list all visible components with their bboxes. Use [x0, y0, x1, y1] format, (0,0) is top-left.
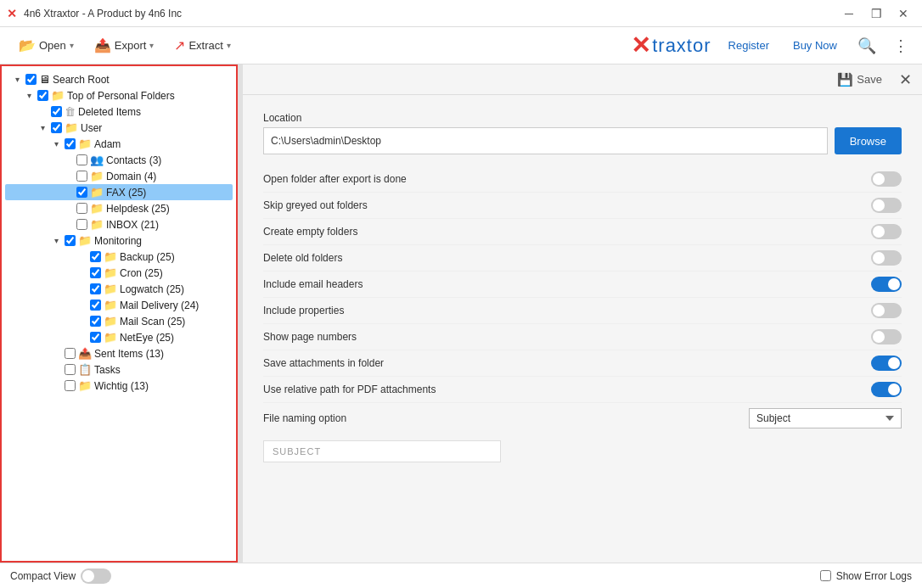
tree-checkbox-logwatch[interactable] [90, 283, 101, 294]
tree-toggle-inbox [62, 219, 74, 231]
tree-checkbox-contacts[interactable] [76, 154, 87, 165]
toggle-switch-6[interactable] [871, 329, 902, 344]
tree-checkbox-monitoring[interactable] [65, 235, 76, 246]
show-errors-checkbox[interactable] [820, 570, 831, 581]
tree-item-inbox[interactable]: 📁 INBOX (21) [5, 216, 233, 232]
tree-toggle-monitoring[interactable]: ▾ [50, 235, 62, 247]
tree-item-top[interactable]: ▾ 📁 Top of Personal Folders [5, 87, 233, 104]
tree-checkbox-inbox[interactable] [76, 219, 87, 230]
tree-item-contacts[interactable]: 👥 Contacts (3) [5, 152, 233, 168]
tree-item-fax[interactable]: 📁 FAX (25) [5, 184, 233, 200]
tree-item-mailscan[interactable]: 📁 Mail Scan (25) [5, 313, 233, 329]
tree-toggle-adam[interactable]: ▾ [50, 138, 62, 150]
tree-checkbox-tasks[interactable] [65, 364, 76, 375]
tree-checkbox-backup[interactable] [90, 251, 101, 262]
compact-view-toggle[interactable] [81, 568, 111, 584]
toggle-switch-1[interactable] [871, 198, 902, 213]
toggle-switch-2[interactable] [871, 224, 902, 239]
tree-checkbox-user[interactable] [51, 122, 62, 133]
tree-item-backup[interactable]: 📁 Backup (25) [5, 249, 233, 265]
tree-checkbox-adam[interactable] [65, 138, 76, 149]
toggle-label-7: Save attachments in folder [263, 357, 384, 369]
tree-checkbox-wichtig[interactable] [65, 380, 76, 391]
tree-checkbox-helpdesk[interactable] [76, 203, 87, 214]
close-button[interactable]: ✕ [891, 5, 915, 22]
tree-item-logwatch[interactable]: 📁 Logwatch (25) [5, 281, 233, 297]
window-controls: ─ ❒ ✕ [837, 5, 915, 22]
tree-checkbox-root[interactable] [25, 74, 37, 85]
toggle-row-2: Create empty folders [263, 219, 902, 245]
tree-checkbox-fax[interactable] [76, 187, 87, 198]
tree-item-neteye[interactable]: 📁 NetEye (25) [5, 329, 233, 345]
tree-label-mailscan: Mail Scan (25) [120, 316, 185, 328]
toggle-switch-7[interactable] [871, 356, 902, 371]
tree-checkbox-mailscan[interactable] [90, 316, 101, 327]
folder-icon-maildelivery: 📁 [104, 299, 117, 311]
toggle-switch-5[interactable] [871, 303, 902, 318]
tree-item-sentitems[interactable]: 📤 Sent Items (13) [5, 345, 233, 361]
tree-toggle-top[interactable]: ▾ [23, 90, 35, 102]
tree-toggle-root[interactable]: ▾ [11, 74, 23, 86]
search-button[interactable]: 🔍 [854, 33, 880, 59]
tree-label-backup: Backup (25) [120, 251, 175, 263]
show-errors-label: Show Error Logs [836, 570, 912, 582]
toggle-switch-3[interactable] [871, 250, 902, 266]
folder-icon-neteye: 📁 [104, 331, 117, 344]
tree-checkbox-cron[interactable] [90, 267, 101, 278]
tree-label-maildelivery: Mail Delivery (24) [120, 300, 199, 311]
tree-item-cron[interactable]: 📁 Cron (25) [5, 265, 233, 281]
toggle-row-6: Show page numbers [263, 324, 902, 350]
toggle-row-1: Skip greyed out folders [263, 193, 902, 219]
tree-checkbox-maildelivery[interactable] [90, 300, 101, 311]
tree-toggle-helpdesk [62, 203, 74, 215]
tree-item-root[interactable]: ▾ 🖥 Search Root [5, 71, 233, 87]
toggle-switch-8[interactable] [871, 382, 902, 397]
toggle-switch-4[interactable] [871, 277, 902, 292]
export-button[interactable]: 📤 Export ▾ [86, 33, 163, 58]
tree-label-contacts: Contacts (3) [106, 154, 161, 166]
tree-item-adam[interactable]: ▾ 📁 Adam [5, 136, 233, 152]
tree-toggle-domain [62, 171, 74, 182]
logo: ✕ traxtor [631, 31, 711, 59]
tree-area: ▾ 🖥 Search Root ▾ 📁 Top of Personal Fold… [2, 66, 236, 399]
register-button[interactable]: Register [722, 36, 776, 55]
tree-checkbox-neteye[interactable] [90, 332, 101, 343]
tree-toggle-logwatch [76, 283, 87, 295]
tree-toggle-user[interactable]: ▾ [37, 122, 48, 134]
tree-item-user[interactable]: ▾ 📁 User [5, 120, 233, 136]
tree-item-domain[interactable]: 📁 Domain (4) [5, 168, 233, 184]
browse-button[interactable]: Browse [835, 127, 902, 154]
tree-toggle-maildelivery [76, 300, 87, 311]
tree-checkbox-domain[interactable] [76, 171, 87, 182]
tree-item-helpdesk[interactable]: 📁 Helpdesk (25) [5, 200, 233, 216]
minimize-button[interactable]: ─ [837, 5, 861, 22]
tasks-icon: 📋 [78, 363, 92, 376]
folder-icon-cron: 📁 [104, 266, 117, 279]
show-errors-area: Show Error Logs [820, 570, 912, 582]
location-input[interactable] [263, 127, 828, 154]
tree-item-monitoring[interactable]: ▾ 📁 Monitoring [5, 232, 233, 249]
tree-label-cron: Cron (25) [120, 267, 163, 279]
tree-checkbox-top[interactable] [37, 90, 48, 101]
tree-checkbox-sentitems[interactable] [65, 348, 76, 359]
tree-item-maildelivery[interactable]: 📁 Mail Delivery (24) [5, 297, 233, 313]
folder-icon-logwatch: 📁 [104, 283, 117, 295]
tree-checkbox-deleted[interactable] [51, 106, 62, 117]
file-naming-select[interactable]: Subject Date Sender Custom [749, 408, 902, 428]
folder-icon-adam: 📁 [78, 137, 92, 150]
tree-label-monitoring: Monitoring [94, 235, 142, 247]
extract-button[interactable]: ↗ Extract ▾ [166, 33, 239, 58]
open-button[interactable]: 📂 Open ▾ [10, 33, 82, 58]
toggle-switch-0[interactable] [871, 171, 902, 187]
maximize-button[interactable]: ❒ [864, 5, 888, 22]
save-button[interactable]: 💾 Save [830, 69, 889, 91]
tree-item-deleted[interactable]: 🗑 Deleted Items [5, 104, 233, 120]
buynow-button[interactable]: Buy Now [786, 36, 844, 55]
tree-label-user: User [81, 122, 102, 134]
location-label: Location [263, 112, 902, 124]
tree-item-wichtig[interactable]: 📁 Wichtig (13) [5, 378, 233, 394]
more-options-button[interactable]: ⋮ [890, 33, 912, 59]
tree-item-tasks[interactable]: 📋 Tasks [5, 361, 233, 378]
right-panel-close-button[interactable]: ✕ [896, 67, 915, 92]
folder-icon-top: 📁 [51, 89, 65, 102]
